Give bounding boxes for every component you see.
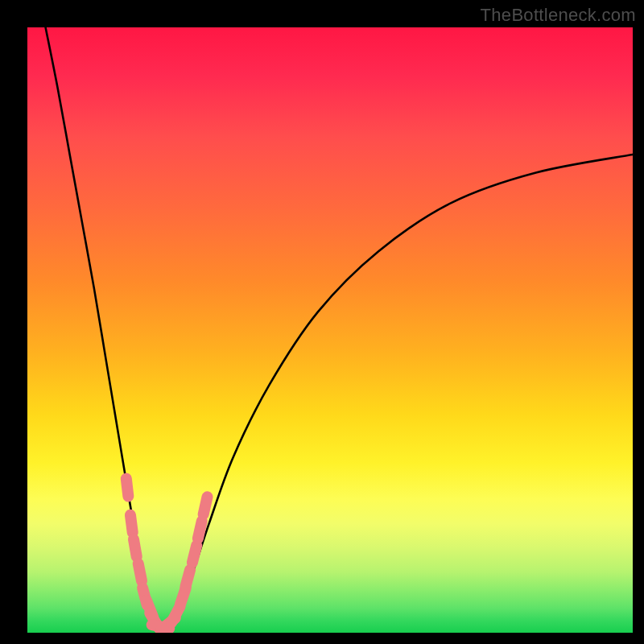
highlight-marker: [198, 521, 202, 538]
highlight-markers: [126, 479, 208, 630]
highlight-marker: [192, 546, 196, 563]
highlight-marker: [185, 570, 190, 587]
highlight-marker: [130, 515, 133, 533]
highlight-marker: [204, 497, 208, 514]
highlight-marker: [138, 564, 142, 581]
highlight-marker: [126, 479, 129, 497]
chart-frame: TheBottleneck.com: [0, 0, 644, 644]
watermark-text: TheBottleneck.com: [481, 5, 636, 26]
plot-area: [27, 27, 633, 633]
highlight-marker: [134, 539, 137, 557]
bottleneck-curve-svg: [27, 27, 633, 633]
